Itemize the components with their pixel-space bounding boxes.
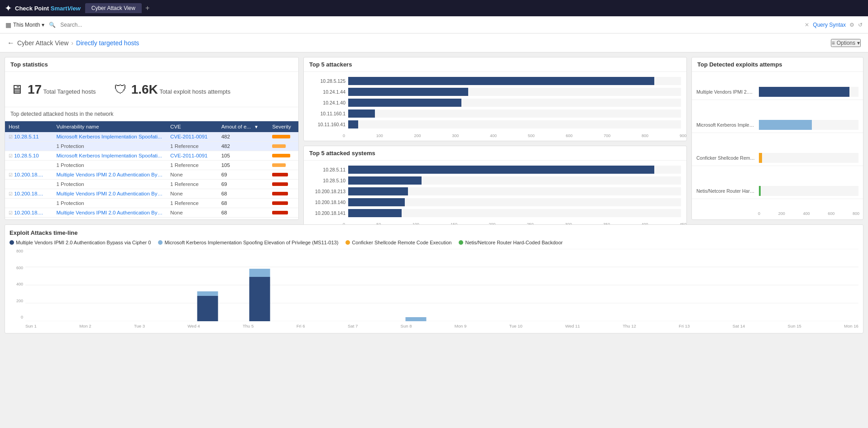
cell-severity [269,170,298,180]
exploit-axis-label: 0 [758,211,760,216]
x-axis-label: Sun 8 [401,323,412,328]
cell-amount: 105 [218,151,269,161]
middle-panel: Top 5 attackers 10.28.5.125 10.24.1.44 1… [303,57,687,220]
targeted-hosts-icon: 🖥 [10,82,23,97]
left-panel: Top statistics 🖥 17 Total Targeted hosts… [5,57,299,220]
bar-label: 10.11.160.1 [309,111,345,116]
table-row: 1 Protection 1 Reference 482 [5,142,298,151]
y-axis-label: 200 [10,299,23,303]
axis-label: 0 [343,133,345,138]
cell-cve: 1 Reference [167,199,218,208]
exploit-bar-label: Netis/Netcore Router Hard-.... [696,188,755,194]
x-axis-label: Fri 13 [679,323,690,328]
options-icon: ≡ [832,40,835,46]
cell-host[interactable]: ☑ 10.28.5.11 [5,132,53,142]
timeline-header: Exploit Attacks time-line [10,229,858,236]
breadcrumb-parent[interactable]: Cyber Attack View [17,39,68,47]
cell-vuln: 1 Protection [53,199,167,208]
exploit-bar-label: Microsoft Kerberos Implem.... [696,122,755,128]
col-cve[interactable]: CVE [167,121,218,132]
cell-host [5,180,53,189]
filter-bar: ▦ This Month ▾ 🔍 ✕ Query Syntax ⚙ ↺ [0,16,868,33]
col-host[interactable]: Host [5,121,53,132]
x-axis-label: Mon 9 [455,323,466,328]
stat-exploit-attempts: 🛡 1.6K Total exploit hosts attempts [114,82,230,97]
col-severity[interactable]: Severity [269,121,298,132]
cell-severity [269,218,298,220]
options-chevron-icon: ▾ [857,40,860,46]
legend-item: Netis/Netcore Router Hard-Coded Backdoor [459,240,562,245]
cell-host[interactable]: ☑ 10.200.18.... [5,208,53,218]
cell-severity [269,199,298,208]
add-tab-button[interactable]: + [145,4,149,12]
stats-row: 🖥 17 Total Targeted hosts 🛡 1.6K Total e… [10,77,293,101]
x-axis-label: Tue 10 [509,323,523,328]
table-scroll[interactable]: Host Vulnerability name CVE Amout of e..… [5,121,298,219]
legend-item: Conficker Shellcode Remote Code Executio… [345,240,451,245]
legend-dot [459,240,463,245]
exploit-bar-fill [759,186,761,196]
bar-track [348,99,681,107]
cell-severity [269,151,298,161]
bar-fill [348,120,358,128]
exploit-bar-label: Conficker Shellcode Remote.... [696,155,755,161]
tab-cyber-attack-view[interactable]: Cyber Attack View [85,3,142,13]
bar-row: 10.28.5.10 [309,176,681,185]
cell-severity [269,208,298,218]
bar-track [348,198,681,206]
calendar-icon: ▦ [5,21,11,29]
cell-cve: 1 Reference [167,142,218,151]
col-vuln[interactable]: Vulnerability name [53,121,167,132]
top-exploits-header: Top Detected exploits attemps [692,57,863,72]
axis-label: 900 [680,133,686,138]
col-amount[interactable]: Amout of e... ▼ [218,121,269,132]
options-button[interactable]: ≡ Options ▾ [831,39,861,47]
search-settings-icon[interactable]: ⚙ [849,22,854,28]
time-filter-button[interactable]: ▦ This Month ▾ [5,21,44,29]
table-row: 1 Protection 1 Reference 68 [5,218,298,220]
cell-amount: 68 [218,218,269,220]
cell-vuln: 1 Protection [53,142,167,151]
cell-severity [269,142,298,151]
cell-cve[interactable]: CVE-2011-0091 [167,151,218,161]
bar-label: 10.200.18.213 [309,189,345,194]
back-button[interactable]: ← [7,39,14,47]
cell-vuln: 1 Protection [53,161,167,170]
cp-logo-icon: ✦ [5,3,12,14]
axis-label: 800 [642,133,648,138]
cell-vuln: Multiple Vendors IPMI 2.0 Authentication… [53,189,167,199]
legend-label: Conficker Shellcode Remote Code Executio… [352,240,451,245]
legend-item: Multiple Vendors IPMI 2.0 Authentication… [10,240,151,245]
exploit-axis-label: 600 [828,211,834,216]
bar-fill [348,198,405,206]
table-section: Top detected attacked hosts in the netwo… [5,107,298,219]
logo: ✦ Check Point SmartView [5,3,81,14]
clear-search-icon[interactable]: ✕ [805,22,809,28]
breadcrumb-bar: ← Cyber Attack View › Directly targeted … [0,33,868,52]
x-axis-label: Sat 14 [733,323,745,328]
search-icon: 🔍 [49,22,56,28]
search-input[interactable] [60,22,800,28]
exploit-axis-label: 400 [803,211,810,216]
bar-fill [348,187,408,195]
x-axis-label: Tue 3 [134,323,145,328]
exploit-bar-track [759,186,858,196]
timeline-bar-segment [406,317,427,321]
axis-label: 300 [452,133,459,138]
query-syntax-link[interactable]: Query Syntax [813,22,846,28]
cell-host[interactable]: ☑ 10.28.5.10 [5,151,53,161]
bar-row: 10.200.18.213 [309,187,681,195]
cell-host[interactable]: ☑ 10.200.18.... [5,170,53,180]
x-axis-labels: Sun 1Mon 2Tue 3Wed 4Thu 5Fri 6Sat 7Sun 8… [10,323,858,328]
cell-host[interactable]: ☑ 10.200.18.... [5,189,53,199]
axis-label: 600 [566,133,573,138]
legend-label: Microsoft Kerberos Implementation Spoofi… [164,240,338,245]
bar-row: 10.200.18.141 [309,209,681,217]
bar-label: 10.28.5.125 [309,78,345,84]
refresh-icon[interactable]: ↺ [858,22,863,28]
bar-fill [348,166,654,174]
bar-fill [348,176,422,185]
bar-label: 10.28.5.11 [309,167,345,172]
axis-label: 100 [376,133,383,138]
cell-cve[interactable]: CVE-2011-0091 [167,132,218,142]
